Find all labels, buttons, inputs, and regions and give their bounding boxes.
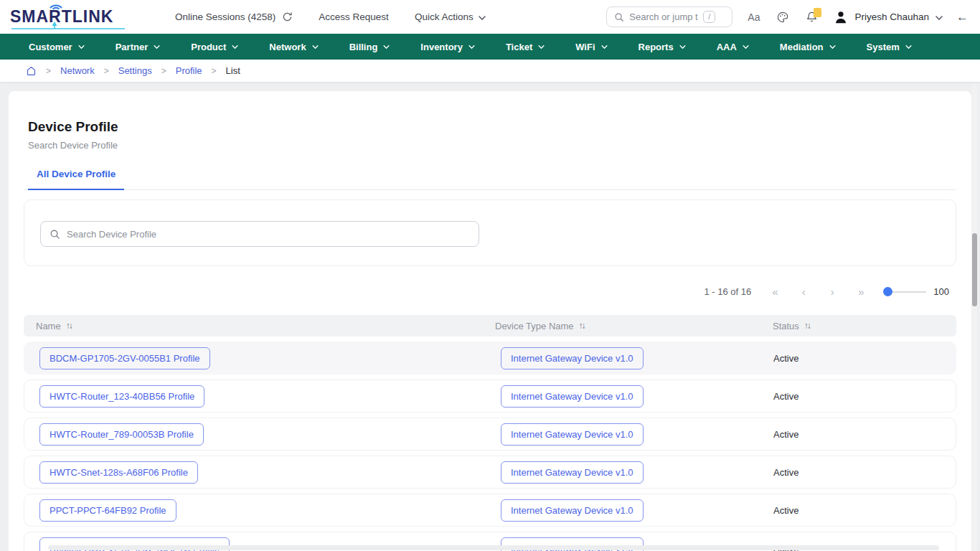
access-request-link[interactable]: Access Request	[319, 11, 389, 22]
device-type-cell: Internet Gateway Device v1.0	[496, 499, 773, 522]
font-size-toggle[interactable]: Aa	[748, 11, 760, 23]
profile-name-button[interactable]: HWTC-Router_123-40BB56 Profile	[39, 385, 204, 408]
device-type-button[interactable]: Internet Gateway Device v1.0	[501, 461, 644, 484]
device-profile-search-input[interactable]	[67, 229, 470, 240]
search-icon	[50, 229, 60, 240]
device-type-button[interactable]: Internet Gateway Device v1.0	[501, 423, 644, 446]
column-header[interactable]: Device Type Name ↑↓	[495, 321, 773, 331]
page-size-slider	[883, 287, 926, 296]
horizontal-scrollbar[interactable]	[48, 545, 939, 550]
breadcrumb-link[interactable]: Settings	[118, 65, 152, 76]
profile-name-button[interactable]: PPCT-PPCT-64FB92 Profile	[39, 499, 176, 522]
pagination-prev-button[interactable]: ‹	[789, 286, 818, 298]
chevron-down-icon	[829, 45, 836, 49]
row-status: Active	[773, 505, 956, 516]
avatar	[834, 10, 848, 24]
nav-item[interactable]: Network	[269, 42, 318, 52]
name-cell: HWTC-Router_789-00053B Profile	[37, 423, 496, 446]
pagination-last-button[interactable]: »	[847, 286, 875, 298]
row-status: Active	[773, 391, 956, 402]
pagination: 1 - 16 of 16 « ‹ › » 100	[24, 286, 956, 298]
chevron-down-icon	[468, 45, 475, 49]
column-header[interactable]: Status ↑↓	[773, 321, 956, 331]
pagination-range: 1 - 16 of 16	[705, 286, 752, 297]
nav-item[interactable]: Partner	[116, 42, 161, 52]
nav-item[interactable]: Ticket	[506, 42, 545, 52]
sort-icon[interactable]: ↑↓	[579, 321, 585, 331]
nav-item[interactable]: Inventory	[420, 42, 475, 52]
device-type-button[interactable]: Internet Gateway Device v1.0	[501, 385, 644, 408]
table-row: HWTC-Router_789-00053B Profile Internet …	[24, 418, 956, 451]
refresh-icon[interactable]	[282, 11, 293, 22]
breadcrumb-link[interactable]: Profile	[176, 65, 202, 76]
page-title: Device Profile	[28, 91, 956, 135]
back-arrow-icon[interactable]: ←	[956, 11, 969, 23]
profile-name-button[interactable]: BDCM-GP1705-2GV-0055B1 Profile	[39, 347, 210, 369]
row-status: Active	[773, 353, 956, 364]
nav-item[interactable]: AAA	[717, 42, 749, 52]
slider-handle[interactable]	[883, 287, 892, 296]
tabs-row: All Device Profile	[24, 169, 956, 190]
profile-name-button[interactable]: HWTC-Router_789-00053B Profile	[39, 423, 204, 446]
global-search-box[interactable]: /	[606, 6, 732, 27]
global-search-input[interactable]	[629, 11, 698, 22]
column-header[interactable]: Name ↑↓	[36, 321, 495, 331]
nav-item-label: Product	[191, 42, 226, 52]
quick-actions-menu[interactable]: Quick Actions	[415, 11, 486, 22]
device-profile-search-box[interactable]	[40, 221, 479, 247]
vertical-scrollbar-track	[972, 83, 977, 551]
nav-item[interactable]: Customer	[29, 42, 85, 52]
name-cell: PPCT-PPCT-64FB92 Profile	[37, 499, 496, 522]
tab-all-device-profile[interactable]: All Device Profile	[28, 169, 124, 190]
nav-item[interactable]: Billing	[349, 42, 390, 52]
device-type-cell: Internet Gateway Device v1.0	[496, 461, 773, 484]
nav-item[interactable]: Reports	[639, 42, 686, 52]
device-type-button[interactable]: Internet Gateway Device v1.0	[501, 499, 644, 522]
online-sessions[interactable]: Online Sessions (4258)	[175, 11, 293, 22]
nav-item-label: Inventory	[420, 42, 463, 52]
notifications-bell-icon[interactable]	[806, 11, 818, 23]
home-icon[interactable]	[26, 65, 37, 76]
nav-item-label: System	[867, 42, 900, 52]
nav-item[interactable]: Mediation	[780, 42, 836, 52]
theme-palette-icon[interactable]	[776, 11, 789, 24]
nav-item-label: Billing	[349, 42, 378, 52]
smartlink-logo[interactable]: SMARTLINK	[10, 9, 131, 25]
table-row: BDCM-GP1705-2GV-0055B1 Profile Internet …	[24, 342, 956, 375]
user-menu[interactable]: Priyesh Chauhan	[834, 10, 943, 24]
breadcrumb-link[interactable]: Network	[60, 65, 95, 76]
notification-badge	[814, 8, 821, 17]
chevron-down-icon	[232, 45, 238, 49]
sort-icon[interactable]: ↑↓	[66, 321, 72, 331]
nav-item-label: AAA	[717, 42, 737, 52]
vertical-scrollbar-thumb[interactable]	[972, 233, 977, 306]
nav-item[interactable]: WiFi	[575, 42, 607, 52]
nav-item[interactable]: System	[867, 42, 912, 52]
breadcrumb: > Network > Settings > Profile > List	[0, 60, 980, 82]
breadcrumb-separator: >	[46, 66, 51, 76]
nav-item-label: WiFi	[575, 42, 595, 52]
page-size-value: 100	[933, 286, 949, 297]
chevron-down-icon	[538, 45, 545, 49]
wifi-icon	[48, 4, 64, 11]
table-row: HWTC-Router_123-40BB56 Profile Internet …	[24, 380, 956, 413]
chevron-down-icon	[479, 16, 486, 20]
quick-actions-label: Quick Actions	[415, 11, 473, 22]
table-row: PPCT-PPCT-64FB92 Profile Internet Gatewa…	[24, 494, 956, 527]
chevron-down-icon	[383, 45, 390, 49]
name-cell: HWTC-Router_123-40BB56 Profile	[37, 385, 496, 408]
column-label: Status	[773, 321, 799, 331]
nav-item[interactable]: Product	[191, 42, 238, 52]
profile-name-button[interactable]: HWTC-Snet-128s-A68F06 Profile	[39, 461, 198, 484]
header-icon-group: Aa	[748, 11, 818, 24]
sort-icon[interactable]: ↑↓	[804, 321, 810, 331]
table-header: Name ↑↓ Device Type Name ↑↓ Status ↑↓	[24, 315, 956, 336]
nav-item-label: Network	[269, 42, 306, 52]
chevron-down-icon	[78, 45, 85, 49]
slider-track	[892, 291, 926, 293]
nav-item-label: Reports	[639, 42, 674, 52]
pagination-next-button[interactable]: ›	[818, 286, 847, 298]
table-body: BDCM-GP1705-2GV-0055B1 Profile Internet …	[24, 342, 956, 551]
device-type-button[interactable]: Internet Gateway Device v1.0	[501, 347, 644, 369]
pagination-first-button[interactable]: «	[760, 286, 789, 298]
